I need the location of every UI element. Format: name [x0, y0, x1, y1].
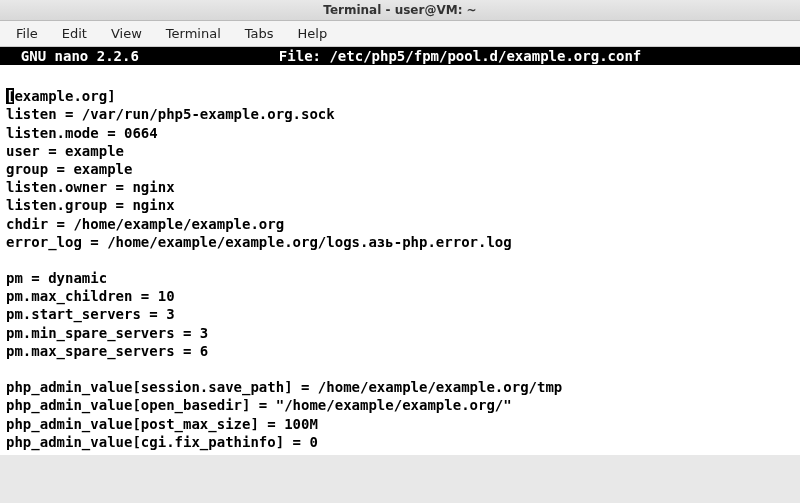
first-line-rest: example.org]: [14, 88, 115, 104]
menu-tabs[interactable]: Tabs: [235, 24, 284, 43]
menu-file[interactable]: File: [6, 24, 48, 43]
menu-terminal[interactable]: Terminal: [156, 24, 231, 43]
nano-filename: File: /etc/php5/fpm/pool.d/example.org.c…: [279, 48, 641, 64]
window-title: Terminal - user@VM: ~: [323, 3, 476, 17]
menubar: File Edit View Terminal Tabs Help: [0, 21, 800, 47]
nano-header: GNU nano 2.2.6 File: /etc/php5/fpm/pool.…: [0, 47, 800, 65]
file-body: listen = /var/run/php5-example.org.sock …: [6, 106, 562, 449]
nano-editor-content[interactable]: [example.org] listen = /var/run/php5-exa…: [0, 65, 800, 455]
menu-help[interactable]: Help: [288, 24, 338, 43]
menu-edit[interactable]: Edit: [52, 24, 97, 43]
nano-version: GNU nano 2.2.6: [4, 48, 139, 64]
menu-view[interactable]: View: [101, 24, 152, 43]
window-titlebar: Terminal - user@VM: ~: [0, 0, 800, 21]
header-spacer: [139, 48, 279, 64]
